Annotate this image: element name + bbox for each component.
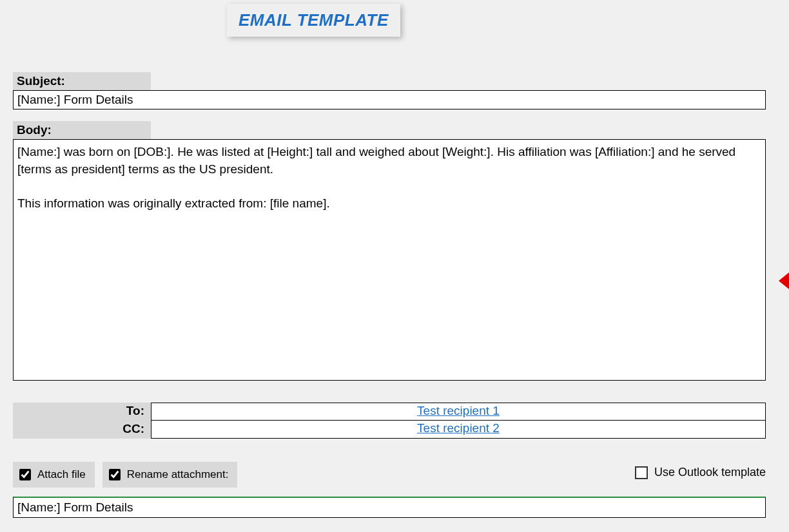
use-outlook-template-option[interactable]: Use Outlook template xyxy=(635,466,766,479)
attach-file-checkbox[interactable] xyxy=(19,469,31,480)
subject-input[interactable] xyxy=(13,90,766,109)
rename-attachment-option[interactable]: Rename attachment: xyxy=(102,462,238,488)
rename-attachment-label: Rename attachment: xyxy=(127,468,229,481)
body-section: Body: xyxy=(13,121,776,383)
to-label: To: xyxy=(13,403,151,421)
page-title: EMAIL TEMPLATE xyxy=(227,4,400,37)
to-recipient-link[interactable]: Test recipient 1 xyxy=(151,403,766,421)
body-label: Body: xyxy=(13,121,151,139)
options-row: Attach file Rename attachment: Use Outlo… xyxy=(13,461,766,489)
subject-section: Subject: xyxy=(13,72,776,109)
rename-attachment-checkbox[interactable] xyxy=(109,469,121,480)
attach-file-option[interactable]: Attach file xyxy=(13,462,95,488)
attach-file-label: Attach file xyxy=(37,468,86,481)
cc-recipient-link[interactable]: Test recipient 2 xyxy=(151,421,766,439)
recipients-table: To: Test recipient 1 CC: Test recipient … xyxy=(13,403,766,439)
arrow-left-icon xyxy=(779,269,789,292)
subject-label: Subject: xyxy=(13,72,151,90)
use-outlook-template-label: Use Outlook template xyxy=(654,466,766,479)
rename-attachment-input[interactable] xyxy=(13,497,766,518)
use-outlook-template-checkbox[interactable] xyxy=(635,466,648,479)
body-textarea[interactable] xyxy=(13,139,766,381)
cc-label: CC: xyxy=(13,421,151,439)
